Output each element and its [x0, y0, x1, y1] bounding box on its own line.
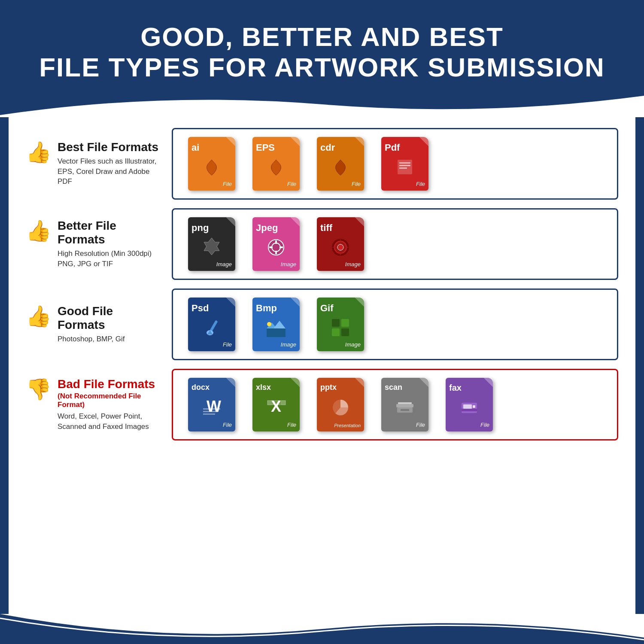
best-icons-box: ai File EPS File	[172, 128, 618, 200]
fax-file-shape: fax File	[446, 378, 493, 431]
thumbs-down-icon: 👎	[26, 377, 52, 401]
bad-subtitle: Word, Excel, Power Point,Scanned and Fax…	[58, 411, 163, 432]
better-text-block: Better File Formats High Resolution (Min…	[58, 219, 163, 269]
good-text-block: Good File Formats Photoshop, BMP, Gif	[58, 304, 163, 344]
svg-point-24	[267, 322, 271, 326]
scan-icon-img	[394, 395, 416, 418]
svg-rect-34	[267, 401, 273, 405]
psd-icon-img	[200, 316, 223, 339]
bad-text-block: Bad File Formats (Not Recommended File F…	[58, 377, 163, 432]
pdf-file-icon: Pdf File	[377, 137, 433, 191]
cdr-file-icon: cdr File	[313, 137, 368, 191]
bmp-file-icon: Bmp Image	[248, 298, 304, 351]
page-title: GOOD, BETTER AND BEST FILE TYPES FOR ART…	[26, 21, 618, 83]
best-text-block: Best File Formats Vector Files such as I…	[58, 140, 163, 187]
gif-file-shape: Gif Image	[317, 298, 364, 351]
svg-rect-1	[399, 162, 410, 164]
tiff-file-shape: tiff Image	[317, 217, 364, 271]
xlsx-icon-img: X	[265, 395, 287, 418]
svg-rect-7	[275, 240, 277, 244]
xlsx-file-shape: xlsx X File	[252, 378, 300, 431]
thumbs-up-best-icon: 👍	[26, 140, 52, 164]
jpeg-file-icon: Jpeg Image	[248, 217, 304, 271]
pdf-file-shape: Pdf File	[381, 137, 428, 191]
better-row: 👍 Better File Formats High Resolution (M…	[26, 208, 618, 280]
svg-rect-21	[267, 328, 286, 337]
cdr-icon-img	[330, 156, 351, 178]
gif-icon-img	[329, 316, 352, 339]
svg-rect-25	[332, 319, 340, 327]
svg-rect-31	[203, 411, 218, 412]
docx-file-shape: docx W File	[188, 378, 235, 431]
svg-rect-44	[473, 405, 475, 408]
main-container: GOOD, BETTER AND BEST FILE TYPES FOR ART…	[0, 0, 644, 644]
pptx-file-icon: pptx Presentation	[313, 378, 368, 431]
png-file-shape: png Image	[188, 217, 235, 271]
psd-file-icon: Psd File	[184, 298, 240, 351]
svg-rect-30	[203, 408, 220, 410]
bad-title: Bad File Formats	[58, 377, 163, 391]
jpeg-file-shape: Jpeg Image	[252, 217, 300, 271]
best-row: 👍 Best File Formats Vector Files such as…	[26, 128, 618, 200]
svg-rect-0	[398, 160, 412, 174]
scan-file-icon: scan File	[377, 378, 433, 431]
good-subtitle: Photoshop, BMP, Gif	[58, 334, 163, 344]
svg-rect-3	[399, 167, 407, 169]
content-area: 👍 Best File Formats Vector Files such as…	[9, 117, 635, 614]
better-subtitle: High Resolution (Min 300dpi)PNG, JPG or …	[58, 249, 163, 269]
psd-file-shape: Psd File	[188, 298, 235, 351]
cdr-file-shape: cdr File	[317, 137, 364, 191]
pdf-icon-img	[394, 156, 416, 178]
svg-rect-43	[463, 404, 472, 409]
eps-icon-img	[265, 156, 287, 178]
png-icon-img	[200, 236, 223, 258]
fax-file-icon: fax File	[441, 378, 497, 431]
eps-file-icon: EPS File	[248, 137, 304, 191]
scan-file-shape: scan File	[381, 378, 428, 431]
good-title: Good File Formats	[58, 304, 163, 332]
good-icons-box: Psd File Bmp	[172, 289, 618, 360]
pptx-file-shape: pptx Presentation	[317, 378, 364, 431]
svg-marker-23	[273, 321, 286, 328]
good-row: 👍 Good File Formats Photoshop, BMP, Gif …	[26, 289, 618, 360]
thumbs-up-better-icon: 👍	[26, 219, 52, 243]
svg-point-13	[337, 244, 343, 250]
pptx-icon-img	[329, 396, 352, 419]
better-label-area: 👍 Better File Formats High Resolution (M…	[26, 215, 163, 273]
ai-icon-img	[201, 156, 222, 178]
svg-text:W: W	[207, 398, 221, 415]
bmp-file-shape: Bmp Image	[252, 298, 300, 351]
docx-icon-img: W	[200, 395, 223, 418]
svg-rect-36	[281, 401, 286, 405]
docx-file-icon: docx W File	[184, 378, 240, 431]
fax-icon-img	[458, 396, 480, 418]
xlsx-file-icon: xlsx X File	[248, 378, 304, 431]
better-icons-box: png Image Jpeg	[172, 208, 618, 280]
svg-rect-2	[399, 165, 410, 166]
tiff-icon-img	[329, 236, 352, 258]
best-title: Best File Formats	[58, 140, 163, 154]
better-title: Better File Formats	[58, 219, 163, 246]
svg-text:X: X	[271, 398, 281, 415]
bmp-icon-img	[265, 316, 287, 339]
svg-rect-26	[341, 319, 349, 327]
svg-rect-41	[401, 409, 409, 411]
bad-row: 👎 Bad File Formats (Not Recommended File…	[26, 369, 618, 440]
best-subtitle: Vector Files such as Illustrator,EPS, Co…	[58, 156, 163, 187]
svg-rect-8	[275, 251, 277, 254]
svg-rect-28	[341, 328, 349, 336]
svg-marker-4	[204, 238, 219, 255]
bad-icons-box: docx W File xlsx	[172, 369, 618, 440]
good-label-area: 👍 Good File Formats Photoshop, BMP, Gif	[26, 300, 163, 349]
svg-rect-32	[203, 413, 215, 415]
bottom-swoosh	[0, 614, 644, 644]
svg-rect-39	[398, 402, 412, 404]
svg-rect-10	[279, 246, 283, 248]
best-label-area: 👍 Best File Formats Vector Files such as…	[26, 136, 163, 191]
gif-file-icon: Gif Image	[313, 298, 368, 351]
svg-rect-35	[274, 401, 280, 405]
thumbs-up-good-icon: 👍	[26, 304, 52, 328]
bad-subtitle-red: (Not Recommended File Format)	[58, 392, 163, 409]
ai-file-icon: ai File	[184, 137, 240, 191]
bad-label-area: 👎 Bad File Formats (Not Recommended File…	[26, 373, 163, 436]
